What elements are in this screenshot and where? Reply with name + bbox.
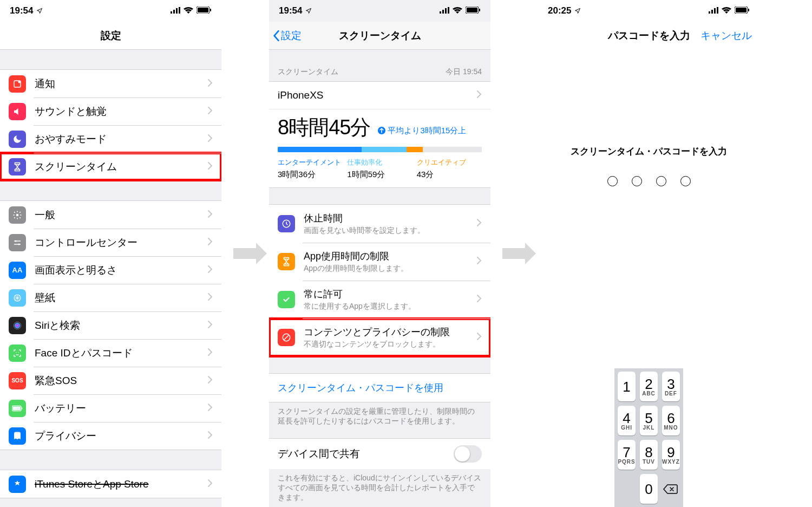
row-label: Face IDとパスコード — [35, 346, 207, 360]
content-privacy-icon — [278, 329, 295, 346]
settings-row-faceid[interactable]: Face IDとパスコード — [0, 339, 221, 367]
row-label: 緊急SOS — [35, 374, 207, 388]
svg-rect-6 — [210, 9, 211, 11]
settings-row-wallpaper[interactable]: 壁紙 — [0, 284, 221, 311]
link-label: スクリーンタイム・パスコードを使用 — [278, 382, 443, 393]
nav-bar: 設定 スクリーンタイム — [269, 22, 490, 50]
settings-row-screentime[interactable]: スクリーンタイム — [0, 153, 221, 180]
section-timestamp: 今日 19:54 — [446, 67, 482, 77]
flow-arrow — [221, 0, 269, 507]
settings-row-battery[interactable]: バッテリー — [0, 394, 221, 422]
chevron-right-icon — [207, 403, 213, 414]
wifi-icon — [453, 5, 462, 16]
cat-name: 仕事効率化 — [347, 158, 412, 167]
up-arrow-icon — [378, 127, 385, 134]
row-label: iTunes StoreとApp Store — [35, 477, 207, 491]
keypad-2[interactable]: 2ABC — [640, 372, 658, 401]
cancel-button[interactable]: キャンセル — [700, 29, 752, 43]
share-note: これを有効にすると、iCloudにサインインしているデバイスすべての画面を見てい… — [269, 469, 490, 507]
keypad-7[interactable]: 7PQRS — [618, 440, 636, 470]
chevron-right-icon — [207, 161, 213, 172]
svg-point-17 — [15, 322, 21, 328]
device-name: iPhoneXS — [278, 89, 324, 101]
keypad-blank — [618, 474, 636, 504]
location-icon — [305, 8, 312, 14]
chevron-right-icon — [207, 375, 213, 386]
sos-icon: SOS — [9, 372, 26, 389]
cat-value: 1時間59分 — [347, 170, 412, 180]
settings-row-general[interactable]: 一般 — [0, 201, 221, 229]
row-label: おやすみモード — [35, 132, 207, 146]
chevron-right-icon — [476, 256, 482, 267]
keypad-0[interactable]: 0 — [640, 474, 658, 504]
passcode-screen: 20:25 パスコードを入力 キャンセル スクリーンタイム・パスコードを入力 1… — [538, 0, 759, 507]
option-subtitle: 画面を見ない時間帯を設定します。 — [304, 226, 476, 236]
settings-row-control-center[interactable]: コントロールセンター — [0, 229, 221, 256]
row-label: 一般 — [35, 208, 207, 222]
use-passcode-link[interactable]: スクリーンタイム・パスコードを使用 — [269, 373, 490, 402]
svg-point-18 — [16, 352, 17, 353]
chevron-right-icon — [476, 218, 482, 229]
settings-row-sounds[interactable]: サウンドと触覚 — [0, 98, 221, 125]
siri-icon — [9, 317, 26, 334]
key-letters: ABC — [642, 391, 656, 396]
passcode-dot — [607, 176, 618, 186]
chevron-right-icon — [207, 237, 213, 248]
sounds-icon — [9, 103, 26, 120]
share-label: デバイス間で共有 — [278, 447, 360, 461]
keypad-3[interactable]: 3DEF — [662, 372, 680, 401]
wifi-icon — [184, 5, 193, 16]
svg-rect-0 — [171, 11, 172, 14]
settings-row-dnd[interactable]: おやすみモード — [0, 125, 221, 153]
key-number: 3 — [667, 377, 675, 391]
back-label: 設定 — [281, 29, 302, 43]
screentime-option-downtime[interactable]: 休止時間画面を見ない時間帯を設定します。 — [269, 205, 490, 243]
passcode-dot — [632, 176, 642, 186]
keypad-5[interactable]: 5JKL — [640, 406, 658, 435]
row-label: プライバシー — [35, 429, 207, 443]
svg-rect-34 — [711, 10, 713, 14]
always-allowed-icon — [278, 291, 295, 308]
key-number: 2 — [645, 377, 652, 391]
key-number: 7 — [623, 445, 630, 459]
keypad-8[interactable]: 8TUV — [640, 440, 658, 470]
svg-point-19 — [18, 352, 19, 353]
keypad-6[interactable]: 6MNO — [662, 406, 680, 435]
settings-row-sos[interactable]: SOS緊急SOS — [0, 367, 221, 394]
key-number: 5 — [645, 411, 652, 425]
row-label: サウンドと触覚 — [35, 105, 207, 119]
row-label: 通知 — [35, 77, 207, 91]
screentime-icon — [9, 158, 26, 176]
section-header: スクリーンタイム 今日 19:54 — [269, 63, 490, 81]
notifications-icon — [9, 75, 26, 93]
option-title: コンテンツとプライバシーの制限 — [304, 326, 476, 339]
svg-rect-13 — [14, 244, 21, 245]
screentime-option-content-privacy[interactable]: コンテンツとプライバシーの制限不適切なコンテンツをブロックします。 — [269, 318, 490, 356]
keypad-4[interactable]: 4GHI — [618, 406, 636, 435]
share-toggle[interactable] — [454, 445, 482, 463]
share-across-devices-row[interactable]: デバイス間で共有 — [269, 438, 490, 469]
settings-row-siri[interactable]: Siriと検索 — [0, 311, 221, 339]
cat-name: クリエイティブ — [417, 158, 482, 167]
key-letters: JKL — [643, 425, 655, 431]
keypad-9[interactable]: 9WXYZ — [662, 440, 680, 470]
key-letters: TUV — [643, 459, 655, 465]
keypad-delete[interactable] — [662, 474, 680, 504]
nav-bar: 設定 — [0, 22, 221, 50]
screentime-option-always-allowed[interactable]: 常に許可常に使用するAppを選択します。 — [269, 281, 490, 318]
settings-row-display[interactable]: AA画面表示と明るさ — [0, 256, 221, 284]
settings-row-privacy[interactable]: プライバシー — [0, 422, 221, 450]
back-button[interactable]: 設定 — [272, 29, 302, 43]
settings-row-notifications[interactable]: 通知 — [0, 70, 221, 98]
chevron-right-icon — [207, 292, 213, 303]
key-letters: DEF — [665, 391, 677, 396]
device-row[interactable]: iPhoneXS — [269, 82, 490, 109]
settings-row-appstore[interactable]: iTunes StoreとApp Store — [0, 470, 221, 498]
keypad-1[interactable]: 1 — [618, 372, 636, 401]
status-bar: 19:54 — [0, 0, 221, 22]
wifi-icon — [722, 5, 731, 16]
screentime-option-app-limits[interactable]: App使用時間の制限Appの使用時間を制限します。 — [269, 243, 490, 281]
row-label: スクリーンタイム — [35, 160, 207, 174]
svg-rect-25 — [445, 8, 447, 14]
status-bar: 20:25 — [538, 0, 759, 22]
